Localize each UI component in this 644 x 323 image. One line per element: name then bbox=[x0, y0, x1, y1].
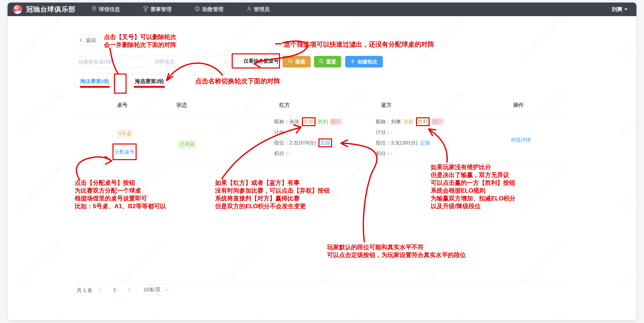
red-side-rank: 段位：2.2(1076分) bbox=[274, 139, 316, 146]
watermark-text: 冠驰9月锦标赛 bbox=[216, 87, 266, 138]
watermark-text: 冠驰9月锦标赛 bbox=[618, 238, 636, 289]
filter-checkbox-red-highlight-box: 仅看待分配桌号 bbox=[232, 53, 280, 68]
column-header-actions: 操作 bbox=[513, 101, 524, 109]
tab-label: 淘汰赛第1轮 bbox=[80, 78, 109, 85]
table-bottom-divider bbox=[74, 280, 570, 280]
chevron-down-icon bbox=[624, 9, 627, 10]
watermark-text: 冠驰9月锦标赛 bbox=[316, 12, 367, 62]
pagination-page-1[interactable]: 1 bbox=[113, 286, 116, 293]
watermark-text: 冠驰9月锦标赛 bbox=[15, 87, 65, 138]
round-tabs: 淘汰赛第1轮 × 海选赛第2轮 bbox=[74, 74, 173, 89]
search-button[interactable]: 搜索 bbox=[283, 56, 311, 67]
watermark-text: 冠驰9月锦标赛 bbox=[518, 238, 568, 289]
watermark-text: 冠驰9月锦标赛 bbox=[518, 12, 568, 62]
watermark-text: 冠驰9月锦标赛 bbox=[417, 12, 467, 62]
watermark-text: 冠驰9月锦标赛 bbox=[216, 314, 266, 320]
search-button-label: 搜索 bbox=[295, 58, 305, 65]
user-icon bbox=[247, 6, 252, 13]
nav-item-admin[interactable]: 管理员 bbox=[247, 6, 270, 13]
chevron-left-icon bbox=[80, 39, 83, 42]
location-pin-icon bbox=[92, 6, 97, 13]
annotation-line: 系统将直接判【对方】赢得比赛 bbox=[215, 194, 330, 202]
redacted-blur-patch bbox=[331, 119, 342, 125]
match-detail-cell: 对战详情 bbox=[511, 136, 531, 143]
red-side-score-line: 计分：- bbox=[274, 128, 291, 136]
pending-table-checkbox-label: 仅看待分配桌号 bbox=[244, 58, 279, 64]
player-search-input[interactable] bbox=[74, 56, 146, 67]
watermark-text: 冠驰9月锦标赛 bbox=[15, 163, 65, 213]
red-win-button[interactable]: 胜利 bbox=[318, 118, 328, 125]
back-button[interactable]: 返回 bbox=[74, 35, 102, 46]
blue-abandon-button[interactable]: 弃权 bbox=[404, 118, 414, 125]
page-size-select[interactable]: 10条/页 bbox=[137, 284, 174, 295]
annotation-line: 比如：5号桌、A1、B2等等都可以 bbox=[75, 202, 166, 210]
pagination-next-button[interactable]: › bbox=[128, 285, 131, 293]
watermark-text: 冠驰9月锦标赛 bbox=[417, 314, 467, 320]
blue-side-score-line: 计分：- bbox=[376, 128, 393, 136]
watermark-text: 冠驰9月锦标赛 bbox=[618, 163, 636, 213]
page-size-value: 10条/页 bbox=[144, 286, 161, 293]
tab-knockout-round-1[interactable]: 淘汰赛第1轮 × bbox=[74, 74, 126, 89]
navbar: 5 冠驰台球俱乐部 球馆信息 赛事管理 助教管理 管理员 bbox=[8, 3, 636, 16]
red-set-rank-button[interactable]: 定级 bbox=[320, 139, 330, 146]
watermark-text: 冠驰9月锦标赛 bbox=[115, 314, 166, 320]
annotation-line: 可以点击定级按钮，为玩家设置符合真实水平的段位 bbox=[327, 251, 466, 259]
annotation-line: 系统会根据ELO规则 bbox=[431, 187, 515, 194]
annotation-line: 但是决出了输赢，双方无异议 bbox=[431, 171, 515, 179]
match-detail-link[interactable]: 对战详情 bbox=[511, 136, 531, 143]
pagination-total: 共 1 条 bbox=[77, 287, 92, 294]
page: { "navbar": { "title": "冠驰台球俱乐部", "items… bbox=[0, 0, 644, 323]
annotation-line: 为输赢双方增加、扣减ELO积分 bbox=[431, 194, 515, 202]
match-status-placeholder: 对阵状态 bbox=[154, 58, 175, 65]
assign-table-button[interactable]: 分配桌号 bbox=[114, 149, 135, 155]
annotation-delete-round: 点击【叉号】可以删除轮次会一并删除轮次下面的对阵 bbox=[104, 33, 176, 49]
annotation-line: 没有时间参加比赛，可以点击【弃权】按钮 bbox=[215, 187, 330, 194]
nav-item-tournament-mgmt[interactable]: 赛事管理 bbox=[143, 6, 172, 13]
annotation-win-tip: 如果玩家没有维护比分但是决出了输赢，双方无异议可以点击赢的一方【胜利】按钮系统会… bbox=[431, 163, 515, 210]
tab-qualifier-round-2[interactable]: 海选赛第2轮 bbox=[126, 74, 173, 89]
user-name: 刘爽 bbox=[612, 6, 622, 13]
create-round-button[interactable]: 创建轮次 bbox=[345, 56, 383, 67]
close-tab-icon[interactable]: × bbox=[113, 79, 116, 84]
watermark-text: 冠驰9月锦标赛 bbox=[618, 87, 636, 138]
chevron-down-icon bbox=[165, 288, 168, 291]
assign-table-red-highlight-box: 分配桌号 bbox=[112, 143, 137, 160]
watermark-text: 冠驰9月锦标赛 bbox=[115, 238, 166, 289]
table-number-tag: 5号桌 bbox=[117, 129, 133, 138]
red-side-nick-line: 昵称：张张 弃权 胜利 bbox=[274, 118, 342, 125]
target-circles-icon bbox=[195, 6, 200, 13]
annotation-rank-tip: 玩家默认的段位可能和真实水平不符可以点击定级按钮，为玩家设置符合真实水平的段位 bbox=[327, 243, 466, 259]
nav-item-label: 球馆信息 bbox=[99, 6, 120, 13]
pending-table-checkbox[interactable] bbox=[235, 58, 241, 64]
watermark-text: 冠驰9月锦标赛 bbox=[417, 87, 467, 138]
pagination-prev-button[interactable]: ‹ bbox=[99, 285, 101, 293]
annotation-filter-tip: 这个筛选项可以快速过滤出，还没有分配球桌的对阵 bbox=[284, 40, 434, 48]
player-search-field-wrap bbox=[74, 56, 146, 67]
watermark-text: 冠驰9月锦标赛 bbox=[518, 314, 568, 320]
nav-item-label: 管理员 bbox=[254, 6, 270, 13]
annotation-line: 可以点击赢的一方【胜利】按钮 bbox=[431, 179, 515, 187]
column-header-blue-side: 蓝方 bbox=[381, 101, 392, 109]
reset-button-label: 重置 bbox=[326, 58, 336, 65]
red-side-rank-line: 段位：2.2(1076分) 定级 bbox=[274, 139, 332, 147]
red-abandon-button[interactable]: 弃权 bbox=[304, 118, 314, 125]
search-icon bbox=[288, 59, 293, 65]
nav-item-coach-mgmt[interactable]: 助教管理 bbox=[195, 6, 223, 13]
nav-item-venue-info[interactable]: 球馆信息 bbox=[92, 6, 120, 13]
create-round-button-label: 创建轮次 bbox=[357, 58, 378, 65]
annotation-line: 根据场馆里的桌号设置即可 bbox=[75, 194, 166, 202]
redacted-blur-patch bbox=[432, 119, 444, 125]
user-menu[interactable]: 刘爽 bbox=[612, 6, 627, 13]
blue-win-button[interactable]: 胜利 bbox=[418, 118, 428, 125]
match-status-select[interactable]: 对阵状态 bbox=[150, 56, 231, 67]
column-header-red-side: 红方 bbox=[279, 101, 290, 109]
blue-side-nick-line: 昵称：刘爽 弃权 胜利 bbox=[376, 118, 444, 125]
billiard-ball-logo-icon: 5 bbox=[13, 5, 22, 14]
app-window: 5 冠驰台球俱乐部 球馆信息 赛事管理 助教管理 管理员 bbox=[8, 3, 636, 320]
plus-icon bbox=[350, 59, 355, 65]
blue-set-rank-button[interactable]: 定级 bbox=[420, 139, 430, 146]
watermark-text: 冠驰9月锦标赛 bbox=[316, 314, 367, 320]
watermark-text: 冠驰9月锦标赛 bbox=[216, 238, 266, 289]
annotation-line: 为比赛双方分配一个球桌 bbox=[75, 187, 166, 194]
reset-button[interactable]: 重置 bbox=[314, 56, 341, 67]
